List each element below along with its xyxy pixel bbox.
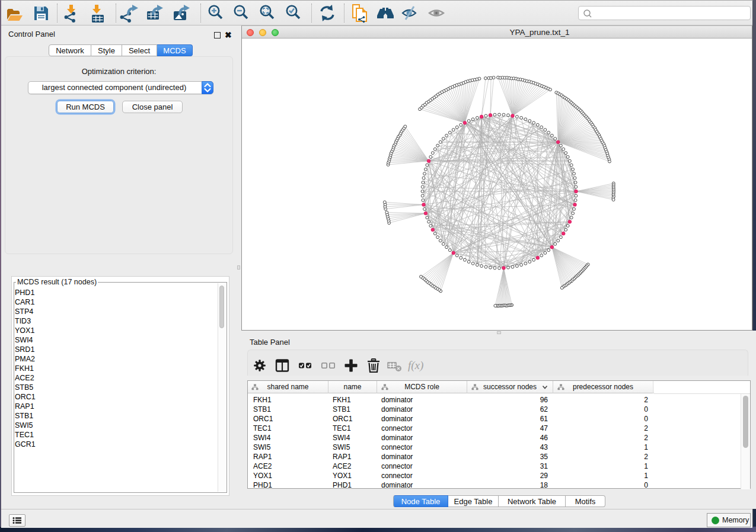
svg-text:f(x): f(x) [408,359,423,372]
